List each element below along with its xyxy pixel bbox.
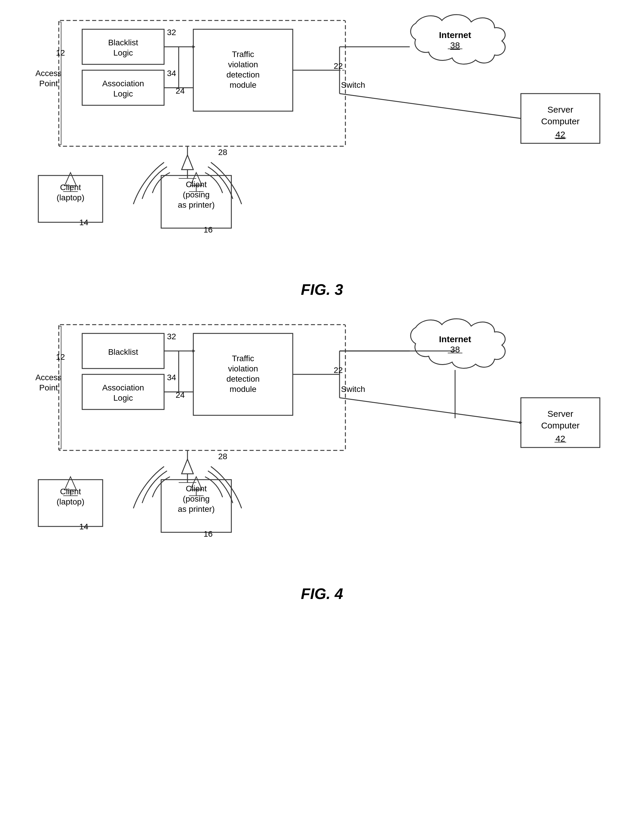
svg-text:Association: Association	[102, 79, 144, 88]
svg-text:module: module	[229, 80, 257, 89]
svg-text:(laptop): (laptop)	[57, 193, 85, 202]
svg-text:Logic: Logic	[114, 89, 133, 98]
svg-text:Point: Point	[39, 79, 58, 88]
svg-text:22: 22	[334, 366, 343, 375]
fig4-label: FIG. 4	[29, 585, 615, 603]
svg-text:Client: Client	[60, 487, 81, 496]
svg-text:violation: violation	[228, 60, 258, 69]
svg-text:Internet: Internet	[439, 334, 471, 344]
fig3-label: FIG. 3	[29, 281, 615, 298]
svg-text:violation: violation	[228, 364, 258, 373]
svg-text:32: 32	[167, 332, 176, 341]
svg-text:24: 24	[176, 86, 185, 95]
diagram-fig3: Blacklist Logic 32 Association Logic 34 …	[29, 12, 615, 275]
svg-text:Blacklist: Blacklist	[108, 38, 138, 47]
svg-text:as printer): as printer)	[178, 200, 215, 210]
svg-text:Switch: Switch	[341, 385, 365, 394]
svg-text:Server: Server	[548, 409, 573, 419]
svg-text:Client: Client	[60, 183, 81, 192]
svg-line-14	[340, 94, 521, 119]
svg-text:Traffic: Traffic	[232, 50, 254, 59]
svg-text:Access: Access	[36, 69, 62, 78]
figure-4: Blacklist 32 Association Logic 34 24 Tra…	[29, 316, 615, 603]
svg-text:32: 32	[167, 28, 176, 37]
svg-text:12: 12	[56, 48, 65, 57]
svg-text:as printer): as printer)	[178, 505, 215, 513]
svg-text:Logic: Logic	[114, 48, 133, 57]
svg-text:module: module	[229, 385, 257, 394]
svg-text:22: 22	[334, 62, 343, 70]
svg-text:12: 12	[56, 353, 65, 362]
svg-text:Internet: Internet	[439, 30, 471, 40]
svg-text:Traffic: Traffic	[232, 354, 254, 363]
svg-text:Switch: Switch	[341, 80, 365, 89]
svg-text:Server: Server	[548, 105, 573, 114]
svg-text:Client: Client	[186, 180, 207, 189]
svg-text:(posing: (posing	[183, 190, 210, 199]
diagram-fig4: Blacklist 32 Association Logic 34 24 Tra…	[29, 316, 615, 579]
svg-marker-16	[182, 155, 194, 170]
svg-text:16: 16	[203, 225, 213, 234]
svg-text:Logic: Logic	[114, 393, 133, 403]
svg-text:28: 28	[218, 452, 227, 461]
svg-text:Point: Point	[39, 383, 58, 392]
svg-text:34: 34	[167, 373, 176, 382]
figure-3: Blacklist Logic 32 Association Logic 34 …	[29, 12, 615, 298]
svg-text:24: 24	[176, 390, 185, 400]
svg-text:Client: Client	[186, 484, 207, 493]
svg-line-74	[340, 398, 521, 422]
svg-text:Access: Access	[36, 373, 62, 382]
svg-text:(laptop): (laptop)	[57, 497, 85, 506]
svg-text:detection: detection	[226, 374, 260, 383]
svg-text:28: 28	[218, 148, 227, 157]
svg-text:(posing: (posing	[183, 494, 210, 504]
svg-text:Blacklist: Blacklist	[108, 348, 138, 357]
svg-text:14: 14	[79, 218, 88, 227]
svg-text:34: 34	[167, 69, 176, 78]
svg-text:Association: Association	[102, 383, 144, 392]
svg-text:detection: detection	[226, 70, 260, 79]
svg-text:Computer: Computer	[541, 116, 580, 126]
svg-marker-78	[182, 459, 194, 474]
svg-text:Computer: Computer	[541, 421, 580, 430]
svg-text:14: 14	[79, 522, 88, 531]
svg-text:16: 16	[203, 530, 213, 538]
